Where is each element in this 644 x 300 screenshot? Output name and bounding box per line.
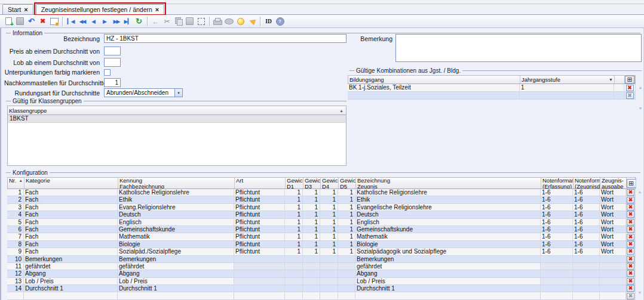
delete-row-button[interactable]: ✖ xyxy=(627,270,634,277)
config-cell[interactable]: 1-6 xyxy=(541,241,573,248)
config-cell[interactable] xyxy=(234,256,285,262)
col-header-bildungsgang[interactable]: Bildungsgang xyxy=(348,76,520,83)
config-cell[interactable] xyxy=(234,292,285,299)
config-cell[interactable]: Englisch xyxy=(355,219,541,225)
config-cell[interactable] xyxy=(285,256,303,262)
config-cell[interactable]: 1 xyxy=(320,211,338,218)
config-cell[interactable]: Biologie xyxy=(355,241,541,248)
config-cell[interactable]: 1 xyxy=(285,248,303,255)
delete-row-button[interactable]: ✖ xyxy=(627,293,634,299)
filter-dropdown-icon[interactable]: ▼ xyxy=(609,77,613,83)
config-cell[interactable]: Biologie xyxy=(118,241,234,248)
delete-row-button[interactable]: ✖ xyxy=(627,285,634,292)
delete-row-button[interactable]: ✖ xyxy=(627,248,634,255)
config-cell[interactable]: Fach xyxy=(24,219,118,225)
config-col-header[interactable]: Art xyxy=(235,178,286,188)
config-cell[interactable] xyxy=(541,263,573,270)
config-cell[interactable] xyxy=(338,256,355,262)
config-cell[interactable]: 1-6 xyxy=(573,233,600,240)
config-cell[interactable]: Sozialpädagogik und Sozialpflege xyxy=(355,248,541,255)
row-spacer[interactable] xyxy=(614,92,624,99)
config-cell[interactable]: 1-6 xyxy=(573,189,600,196)
config-cell[interactable] xyxy=(303,285,320,292)
config-cell[interactable]: Mathematik xyxy=(118,233,234,240)
config-cell[interactable]: 1 xyxy=(303,226,320,233)
config-cell[interactable] xyxy=(541,285,573,292)
config-cell[interactable] xyxy=(303,256,320,262)
sort-ascending-icon[interactable]: ▲ xyxy=(19,178,23,184)
config-cell[interactable]: 1 xyxy=(285,219,303,225)
prev-icon[interactable] xyxy=(88,16,99,26)
next-icon[interactable] xyxy=(100,16,110,26)
unterpunktungen-checkbox[interactable] xyxy=(104,69,111,76)
config-cell[interactable]: 4 xyxy=(7,211,24,218)
config-cell[interactable] xyxy=(320,270,338,277)
config-cell[interactable]: 1 xyxy=(285,196,303,203)
config-cell[interactable]: 1-6 xyxy=(573,196,600,203)
config-cell[interactable]: 13 xyxy=(7,278,24,284)
insert-row-button[interactable]: ⊞ xyxy=(627,179,636,188)
config-cell[interactable]: Durchschnitt 1 xyxy=(24,285,118,292)
config-cell[interactable] xyxy=(600,256,626,262)
config-cell[interactable]: 2 xyxy=(7,196,24,203)
config-cell[interactable]: Fach xyxy=(24,196,118,203)
config-cell[interactable] xyxy=(600,278,626,284)
config-cell[interactable]: Pflichtunt xyxy=(234,248,285,255)
config-cell[interactable]: Gemeinschaftskunde xyxy=(118,226,234,233)
rundungsart-select[interactable]: Abrunden/Abschneiden ▼ xyxy=(104,88,183,97)
config-cell[interactable]: 7 xyxy=(7,233,24,240)
config-cell[interactable] xyxy=(573,278,600,284)
delete-row-button[interactable]: ✖ xyxy=(627,234,634,240)
row-spacer[interactable] xyxy=(614,84,624,91)
config-cell[interactable] xyxy=(118,292,234,299)
chevron-down-icon[interactable]: ▼ xyxy=(174,89,182,97)
config-cell[interactable]: 1 xyxy=(338,204,355,211)
config-cell[interactable]: 1-6 xyxy=(541,211,573,218)
config-cell[interactable] xyxy=(573,292,600,299)
config-cell[interactable]: 1 xyxy=(338,196,355,203)
config-cell[interactable]: 1 xyxy=(303,196,320,203)
config-cell[interactable]: 1 xyxy=(320,248,338,255)
back-icon[interactable] xyxy=(151,16,161,26)
bildungsgang-cell[interactable] xyxy=(348,92,520,99)
config-col-header[interactable]: Notenformat(Erfassung) xyxy=(541,178,574,188)
delete-row-button[interactable]: ✖ xyxy=(627,241,634,248)
config-cell[interactable]: 1-6 xyxy=(573,211,600,218)
config-cell[interactable]: 1-6 xyxy=(573,219,600,225)
config-cell[interactable]: 1 xyxy=(338,241,355,248)
config-cell[interactable]: Katholische Religionslehre xyxy=(118,189,234,196)
config-cell[interactable] xyxy=(573,270,600,277)
config-cell[interactable] xyxy=(24,292,118,299)
config-cell[interactable]: Evang.Religionslehre xyxy=(118,204,234,211)
config-cell[interactable] xyxy=(234,270,285,277)
delete-row-button[interactable]: ✖ xyxy=(627,211,634,218)
first-record-icon[interactable] xyxy=(66,16,76,26)
config-cell[interactable]: 1 xyxy=(338,219,355,225)
config-cell[interactable]: 1 xyxy=(303,219,320,225)
config-cell[interactable]: 1 xyxy=(285,233,303,240)
config-cell[interactable]: 1-6 xyxy=(541,248,573,255)
config-cell[interactable]: Katholische Religionslehre xyxy=(355,189,541,196)
config-cell[interactable]: 9 xyxy=(7,248,24,255)
config-cell[interactable] xyxy=(285,285,303,292)
config-cell[interactable] xyxy=(303,278,320,284)
config-cell[interactable] xyxy=(320,292,338,299)
config-cell[interactable] xyxy=(338,292,355,299)
config-cell[interactable]: 1 xyxy=(303,204,320,211)
config-cell[interactable] xyxy=(234,285,285,292)
delete-row-button[interactable]: ✖ xyxy=(627,263,634,270)
config-cell[interactable]: 8 xyxy=(7,241,24,248)
scroll-up-icon[interactable]: ▲ xyxy=(638,190,642,194)
edit-form-icon[interactable] xyxy=(49,16,59,26)
col-header-jahrgangsstufe[interactable]: Jahrgangsstufe ▼ xyxy=(520,76,615,83)
jahrgangsstufe-cell[interactable] xyxy=(520,92,614,99)
new-record-icon[interactable] xyxy=(4,16,14,26)
config-cell[interactable]: Wort xyxy=(600,189,626,196)
config-cell[interactable] xyxy=(573,285,600,292)
hint-icon[interactable] xyxy=(235,16,246,26)
config-cell[interactable]: Fach xyxy=(24,189,118,196)
config-cell[interactable]: Fach xyxy=(24,204,118,211)
config-cell[interactable]: 1 xyxy=(338,248,355,255)
config-cell[interactable] xyxy=(234,278,285,284)
config-col-header[interactable]: Kategorie xyxy=(24,178,118,188)
